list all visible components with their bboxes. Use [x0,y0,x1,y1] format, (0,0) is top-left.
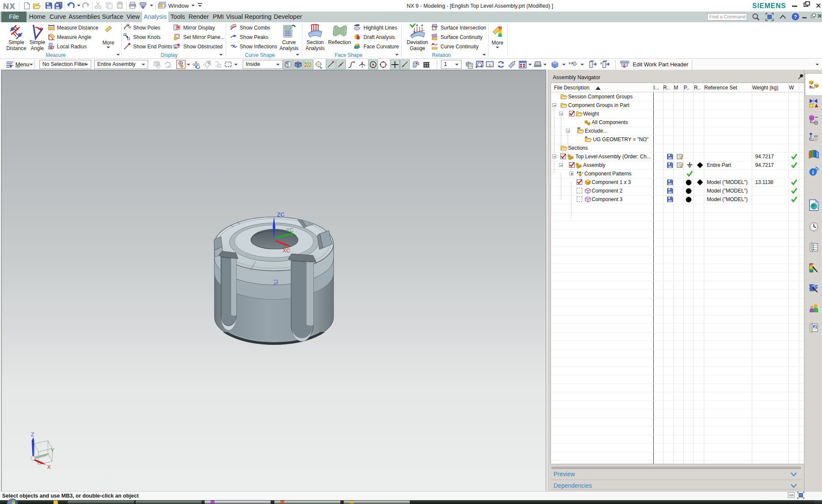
svg-text:YC: YC [286,227,294,233]
svg-text:ZC: ZC [277,211,284,218]
svg-text:Y: Y [51,447,54,454]
svg-text:?: ? [794,14,797,20]
svg-text:X: X [47,464,51,470]
svg-text:XC: XC [283,247,290,254]
svg-text:Z: Z [31,431,34,438]
